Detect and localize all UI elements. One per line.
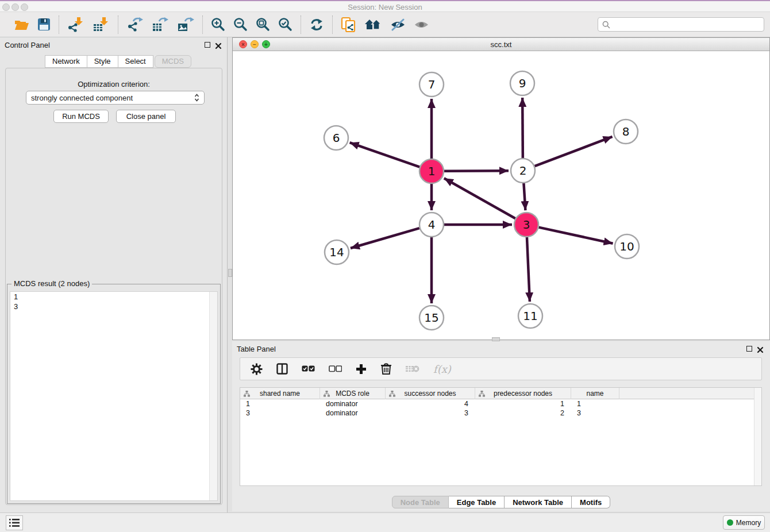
table-cell[interactable]: dominator [320, 408, 386, 418]
graph-node-label-7: 7 [428, 78, 436, 91]
export-network-icon[interactable] [126, 17, 144, 32]
zoom-in-icon[interactable] [211, 17, 225, 32]
dropdown-stepper-icon [194, 93, 199, 102]
column-header-name[interactable]: name [571, 388, 619, 399]
tab-node-table[interactable]: Node Table [392, 496, 449, 508]
column-header-MCDS-role[interactable]: MCDS role [320, 388, 386, 399]
table-mode-gear-icon[interactable] [251, 363, 263, 375]
result-scrollbar[interactable] [209, 292, 217, 500]
graph-node-label-9: 9 [519, 76, 526, 90]
graph-edge-3-1[interactable] [444, 178, 515, 218]
table-cell[interactable]: 3 [571, 408, 619, 418]
table-cell[interactable]: dominator [320, 399, 386, 408]
apply-layout-icon[interactable] [309, 18, 324, 32]
run-mcds-button[interactable]: Run MCDS [53, 110, 109, 123]
first-neighbors-icon[interactable] [364, 18, 382, 31]
close-panel-button[interactable]: Close panel [116, 110, 176, 123]
tab-network[interactable]: Network [45, 55, 87, 68]
table-panel-header: Table Panel [232, 341, 770, 357]
table-panel-title: Table Panel [237, 345, 276, 353]
node-table[interactable]: shared nameMCDS rolesuccessor nodesprede… [240, 387, 762, 486]
tab-style[interactable]: Style [87, 55, 118, 68]
vertical-splitter-handle[interactable] [228, 269, 232, 277]
graph-edge-3-10[interactable] [538, 228, 613, 244]
mcds-result-list[interactable]: 13 [10, 291, 218, 501]
graph-node-label-15: 15 [424, 311, 438, 325]
graph-edge-2-9[interactable] [522, 98, 523, 158]
graph-edge-3-11[interactable] [527, 237, 530, 302]
delete-table-icon [406, 364, 419, 373]
column-header-shared-name[interactable]: shared name [240, 388, 320, 399]
tab-select[interactable]: Select [118, 55, 153, 68]
memory-button[interactable]: Memory [723, 515, 765, 530]
table-row[interactable]: 1dominator411 [240, 399, 761, 408]
column-header-label: shared name [260, 390, 300, 398]
graph-edge-1-6[interactable] [350, 142, 420, 167]
control-panel-header: Control Panel [0, 37, 227, 53]
column-header-label: predecessor nodes [494, 390, 552, 398]
delete-columns-icon[interactable] [380, 363, 392, 375]
tab-edge-table[interactable]: Edge Table [449, 496, 505, 508]
criterion-dropdown[interactable]: strongly connected component [26, 91, 205, 105]
horizontal-splitter-handle[interactable] [492, 337, 500, 341]
search-icon [602, 21, 610, 29]
network-window-titlebar[interactable]: × − + scc.txt [233, 38, 769, 51]
graph-node-label-8: 8 [622, 125, 630, 138]
control-panel: Control Panel NetworkStyleSelectMCDS Opt… [0, 37, 228, 512]
export-image-icon[interactable] [177, 17, 194, 32]
table-cell[interactable]: 4 [386, 399, 475, 408]
table-panel-tabs: Node TableEdge TableNetwork TableMotifs [232, 496, 770, 508]
export-table-icon[interactable] [152, 17, 169, 32]
table-cell[interactable]: 3 [386, 408, 475, 418]
table-row[interactable]: 3dominator323 [240, 408, 761, 418]
table-cell[interactable]: 3 [240, 408, 320, 418]
tab-network-table[interactable]: Network Table [505, 496, 572, 508]
create-column-icon[interactable] [356, 364, 367, 375]
node-table-body: 1dominator4113dominator323 [240, 399, 761, 418]
zoom-selected-icon[interactable] [278, 17, 292, 32]
mcds-result-title: MCDS result (2 nodes) [11, 279, 92, 288]
import-network-icon[interactable] [67, 17, 84, 32]
graph-edge-2-3[interactable] [523, 183, 525, 210]
table-cell[interactable]: 1 [240, 399, 320, 408]
close-table-panel-icon[interactable] [757, 345, 764, 356]
node-table-header: shared nameMCDS rolesuccessor nodesprede… [240, 388, 761, 399]
zoom-out-icon[interactable] [233, 17, 248, 32]
table-cell[interactable]: 1 [571, 399, 619, 408]
zoom-fit-icon[interactable] [256, 17, 270, 32]
import-table-icon[interactable] [93, 17, 110, 32]
graph-node-label-2: 2 [519, 164, 527, 178]
table-toolbar: f(x) [240, 357, 762, 380]
graph-edge-1-2[interactable] [444, 171, 509, 171]
select-all-icon[interactable] [302, 365, 315, 372]
table-scrollbar[interactable] [754, 388, 761, 485]
tab-motifs[interactable]: Motifs [572, 496, 610, 508]
hide-selected-icon[interactable] [390, 18, 406, 31]
network-canvas[interactable]: 7968124314101511 [233, 51, 769, 340]
copy-network-icon[interactable] [341, 17, 356, 33]
float-table-panel-icon[interactable] [746, 346, 752, 352]
show-columns-icon[interactable] [276, 363, 288, 375]
mcds-result-group: MCDS result (2 nodes) 13 [7, 284, 221, 504]
column-tree-icon [479, 391, 485, 397]
column-header-predecessor-nodes[interactable]: predecessor nodes [475, 388, 571, 399]
graph-edge-4-14[interactable] [351, 228, 419, 248]
graph-node-label-14: 14 [329, 245, 344, 259]
task-history-button[interactable] [6, 515, 23, 530]
search-input[interactable] [613, 19, 764, 30]
save-session-icon[interactable] [37, 18, 51, 31]
table-panel: Table Panel f(x) shared nameMCDS rolesu [232, 341, 770, 511]
column-header-successor-nodes[interactable]: successor nodes [386, 388, 475, 399]
graph-node-label-11: 11 [523, 309, 537, 323]
show-all-icon [414, 18, 429, 31]
float-panel-icon[interactable] [205, 42, 210, 48]
column-header-label: successor nodes [404, 390, 456, 398]
search-box[interactable] [598, 17, 764, 32]
tab-mcds[interactable]: MCDS [155, 55, 191, 68]
open-session-icon[interactable] [14, 18, 29, 32]
graph-edge-2-8[interactable] [535, 137, 613, 166]
deselect-all-icon[interactable] [329, 365, 342, 372]
close-panel-icon[interactable] [215, 41, 222, 52]
table-cell[interactable]: 2 [475, 408, 571, 418]
table-cell[interactable]: 1 [475, 399, 571, 408]
